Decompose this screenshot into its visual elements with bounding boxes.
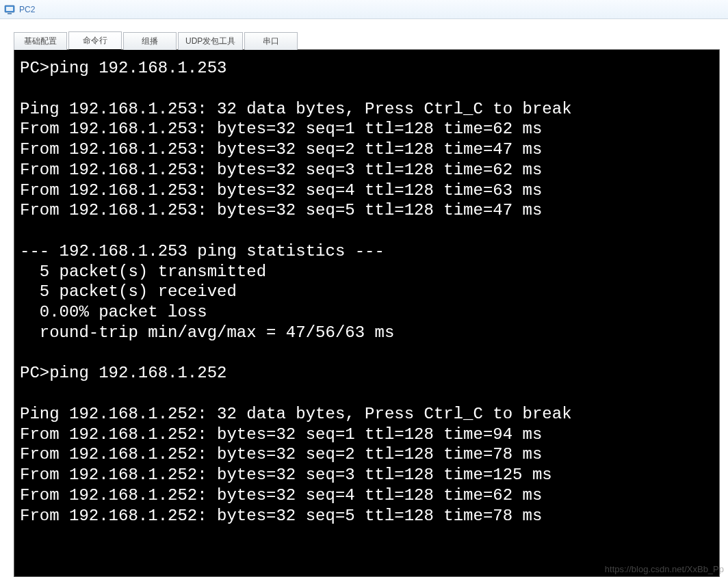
terminal-output[interactable]: PC>ping 192.168.1.253 Ping 192.168.1.253… xyxy=(14,49,720,577)
app-window: PC2 基础配置 命令行 组播 UDP发包工具 串口 PC>ping 192.1… xyxy=(0,0,728,577)
content-area: 基础配置 命令行 组播 UDP发包工具 串口 PC>ping 192.168.1… xyxy=(0,19,728,577)
tab-label: 基础配置 xyxy=(24,36,57,46)
tab-label: 组播 xyxy=(142,36,158,46)
tab-command-line[interactable]: 命令行 xyxy=(68,31,122,50)
app-icon xyxy=(4,4,15,15)
tab-udp-tool[interactable]: UDP发包工具 xyxy=(178,32,243,50)
tab-label: 串口 xyxy=(263,36,279,46)
svg-rect-1 xyxy=(6,7,13,11)
tab-serial[interactable]: 串口 xyxy=(244,32,298,50)
tab-basic-config[interactable]: 基础配置 xyxy=(14,32,67,50)
titlebar[interactable]: PC2 xyxy=(0,0,728,19)
tabs-bar: 基础配置 命令行 组播 UDP发包工具 串口 xyxy=(14,31,720,49)
tab-label: 命令行 xyxy=(83,36,107,45)
svg-rect-2 xyxy=(8,13,12,14)
tab-label: UDP发包工具 xyxy=(185,36,235,46)
window-title: PC2 xyxy=(19,5,35,14)
tab-multicast[interactable]: 组播 xyxy=(123,32,177,50)
